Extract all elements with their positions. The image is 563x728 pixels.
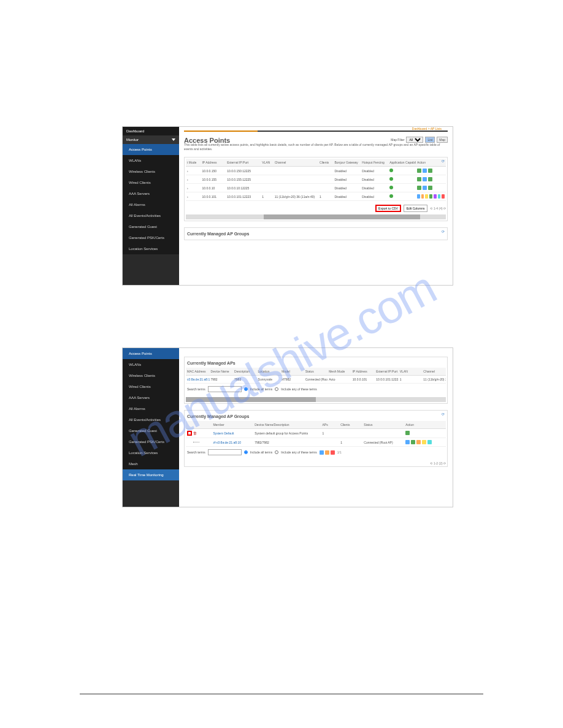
expand-toggle[interactable]: −: [187, 431, 192, 436]
col-mode[interactable]: t Mode: [186, 159, 201, 167]
table-row[interactable]: c0:8a:de:21:a8:10 7982 7982 Sunnyvale zf…: [186, 376, 446, 384]
col-loc[interactable]: Location: [257, 368, 281, 376]
col-model[interactable]: Model: [280, 368, 304, 376]
nav-monitor[interactable]: Monitor: [123, 135, 179, 144]
sidebar-item-generated-guest[interactable]: Generated Guest: [123, 221, 179, 232]
col-ext[interactable]: External IP:Port: [375, 368, 399, 376]
sidebar-item-all-alarms[interactable]: All Alarms: [123, 199, 179, 210]
row-actions[interactable]: [417, 177, 445, 181]
paginate-info: ⟲ 1-4 (4) ⟳: [430, 207, 446, 210]
paginate-info: ⟲ 1-2 (2) ⟳: [430, 461, 446, 465]
radio-include-all[interactable]: [244, 387, 248, 391]
col-devname[interactable]: Device Name: [210, 368, 234, 376]
table-row[interactable]: zf-c0:8a:de:21:a8:10 7982/7982 1 Connect…: [186, 438, 446, 447]
map-view-button[interactable]: Map: [437, 137, 448, 143]
delete-icon[interactable]: 🗑: [193, 431, 197, 435]
horizontal-scrollbar[interactable]: [186, 397, 446, 402]
col-mac[interactable]: MAC Address: [186, 368, 210, 376]
ap-groups-title: Currently Managed AP Groups: [186, 229, 446, 238]
add-icon[interactable]: [320, 450, 324, 455]
col-clients[interactable]: Clients: [318, 159, 333, 167]
row-actions[interactable]: [417, 194, 445, 199]
radio-include-all[interactable]: [244, 450, 248, 454]
sidebar-item-all-events[interactable]: All Events/Activities: [123, 414, 179, 425]
managed-aps-panel: Currently Managed APs MAC Address Device…: [184, 357, 448, 404]
refresh-icon[interactable]: ⟳: [442, 229, 445, 233]
mac-link[interactable]: c0:8a:de:21:a8:10: [186, 376, 210, 384]
row-actions[interactable]: [417, 169, 445, 173]
radio-include-any[interactable]: [275, 387, 278, 391]
refresh-icon[interactable]: ⟳: [442, 412, 445, 416]
sidebar-item-location-services[interactable]: Location Services: [123, 243, 179, 254]
managed-groups-title: Currently Managed AP Groups: [186, 412, 446, 421]
sidebar-item-wlans[interactable]: WLANs: [123, 155, 179, 166]
sidebar-item-wired-clients[interactable]: Wired Clients: [123, 381, 179, 392]
sidebar-item-realtime[interactable]: Real Time Monitoring: [123, 469, 179, 480]
col-mesh[interactable]: Mesh Mode: [327, 368, 351, 376]
sidebar-item-aaa-servers[interactable]: AAA Servers: [123, 392, 179, 403]
col-channel[interactable]: Channel: [274, 159, 318, 167]
table-row[interactable]: ›10.0.0.15010.0.0.150:12225DisabledDisab…: [186, 167, 446, 175]
col-hotspot[interactable]: Hotspot Fencing: [361, 159, 388, 167]
search-input[interactable]: [208, 449, 242, 455]
radio-label-all: Include all terms: [250, 450, 272, 454]
list-view-button[interactable]: List: [425, 137, 435, 143]
ap-groups-panel: ⟳ Currently Managed AP Groups: [184, 227, 448, 240]
col-member[interactable]: Member: [212, 421, 253, 429]
export-csv-button[interactable]: Export to CSV: [375, 205, 401, 212]
sidebar-item-generated-guest[interactable]: Generated Guest: [123, 425, 179, 436]
col-desc[interactable]: Description: [233, 368, 257, 376]
sidebar-item-wireless-clients[interactable]: Wireless Clients: [123, 370, 179, 381]
col-aps[interactable]: APs: [321, 421, 339, 429]
col-bonjour[interactable]: Bonjour Gateway: [333, 159, 361, 167]
status-dot-icon: [389, 169, 393, 172]
clone-icon[interactable]: [325, 450, 329, 455]
col-ext[interactable]: External IP:Port: [226, 159, 261, 167]
sidebar-item-access-points[interactable]: Access Points: [123, 348, 179, 359]
sidebar-item-location-services[interactable]: Location Services: [123, 447, 179, 458]
table-row[interactable]: − 🗑 System Default System default group …: [186, 429, 446, 438]
sidebar-item-all-events[interactable]: All Events/Activities: [123, 210, 179, 221]
nav-dashboard[interactable]: Dashboard: [123, 127, 179, 135]
sidebar-item-generated-psk[interactable]: Generated PSK/Certs: [123, 436, 179, 447]
col-appcap[interactable]: Application Capability: [388, 159, 416, 167]
table-row[interactable]: ›10.0.0.1010.0.0.10:12225DisabledDisable…: [186, 184, 446, 192]
col-action[interactable]: Action: [404, 421, 446, 429]
top-tabs: Dashboard > AP Lists: [184, 129, 448, 132]
radio-include-any[interactable]: [275, 450, 278, 454]
sidebar-item-wireless-clients[interactable]: Wireless Clients: [123, 166, 179, 177]
group-link[interactable]: System Default: [212, 429, 253, 438]
col-clients[interactable]: Clients: [339, 421, 362, 429]
delete-icon[interactable]: [331, 450, 335, 455]
sidebar-panel: Access Points WLANs Wireless Clients Wir…: [123, 144, 179, 254]
sidebar-item-all-alarms[interactable]: All Alarms: [123, 403, 179, 414]
sidebar-item-wired-clients[interactable]: Wired Clients: [123, 177, 179, 188]
col-ch[interactable]: Channel: [422, 368, 446, 376]
search-input[interactable]: [208, 386, 242, 392]
sidebar-item-aaa-servers[interactable]: AAA Servers: [123, 188, 179, 199]
col-ip[interactable]: IP Address: [351, 368, 375, 376]
col-devdesc[interactable]: Device Name/Description: [253, 421, 321, 429]
refresh-icon[interactable]: ⟳: [442, 159, 445, 163]
col-vlan[interactable]: VLAN: [261, 159, 273, 167]
sidebar-item-generated-psk[interactable]: Generated PSK/Certs: [123, 232, 179, 243]
map-filter-select[interactable]: All: [406, 137, 423, 143]
col-vlan[interactable]: VLAN: [399, 368, 423, 376]
col-status[interactable]: Status: [362, 421, 404, 429]
group-link[interactable]: zf-c0:8a:de:21:a8:10: [212, 438, 253, 447]
col-status[interactable]: Status: [304, 368, 328, 376]
edit-columns-button[interactable]: Edit Columns: [404, 205, 428, 212]
search-label: Search terms: [187, 387, 205, 391]
edit-icon[interactable]: [405, 431, 410, 435]
table-row[interactable]: ›10.0.0.10110.0.0.101:12223111 (11b/g/n-…: [186, 192, 446, 201]
footer-action-icons[interactable]: [320, 450, 335, 455]
sidebar-item-access-points[interactable]: Access Points: [123, 144, 179, 155]
row-actions[interactable]: [417, 186, 445, 190]
col-ip[interactable]: IP Address: [201, 159, 226, 167]
sidebar: Access Points WLANs Wireless Clients Wir…: [123, 348, 179, 507]
horizontal-scrollbar[interactable]: [186, 214, 446, 219]
table-row[interactable]: ›10.0.0.15510.0.0.155:12225DisabledDisab…: [186, 175, 446, 184]
sidebar-item-mesh[interactable]: Mesh: [123, 458, 179, 469]
sidebar-item-wlans[interactable]: WLANs: [123, 359, 179, 370]
row-actions[interactable]: [405, 440, 445, 444]
